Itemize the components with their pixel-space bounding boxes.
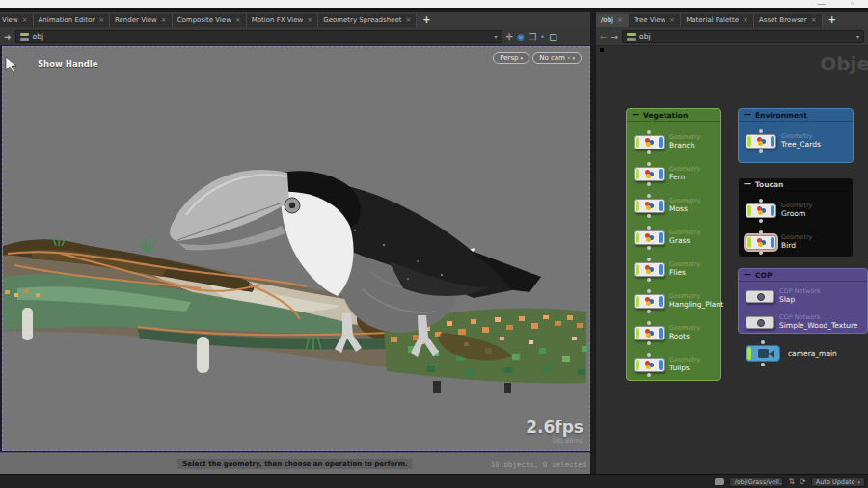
tab-close-icon[interactable]: × — [617, 14, 623, 27]
geometry-node-icon[interactable] — [634, 326, 665, 340]
collapse-icon[interactable]: — — [744, 180, 751, 188]
node-bird-selected[interactable]: GeometryBird — [739, 227, 853, 258]
geometry-node-icon[interactable] — [746, 134, 776, 149]
window-maximize-icon[interactable]: ◦ — [850, 0, 854, 10]
tab-close-icon[interactable]: × — [161, 14, 167, 27]
netbox-header[interactable]: — Vegetation — [627, 109, 720, 122]
netbox-toucan[interactable]: — Toucan GeometryGroom GeometryBird — [738, 177, 854, 258]
path-value: obj — [33, 32, 43, 41]
refresh-icon[interactable]: ⟳ — [800, 477, 806, 487]
node-hangling-plant[interactable]: GeometryHangling_Plant — [627, 285, 720, 317]
status-path-field[interactable]: /obj/Grass/vell... — [729, 477, 783, 487]
geometry-select-icon[interactable]: ❒ — [529, 28, 536, 45]
tab-close-icon[interactable]: × — [307, 14, 312, 27]
scene-viewport[interactable]: Show Handle Persp ▾ No cam • ▾ 2.6fps 38… — [2, 46, 590, 451]
node-slap[interactable]: COP NetworkSlap — [739, 284, 867, 310]
new-tab-button[interactable]: + — [823, 14, 842, 27]
node-type-icon — [20, 33, 29, 41]
netbox-cop[interactable]: — COP COP NetworkSlap COP NetworkSimple_… — [738, 268, 868, 334]
node-groom[interactable]: GeometryGroom — [739, 195, 853, 227]
netbox-header[interactable]: — Environment — [739, 109, 853, 122]
tab-render-view[interactable]: Render View × — [110, 14, 173, 27]
selection-status: 10 objects, 0 selected — [491, 460, 586, 469]
geometry-node-icon[interactable] — [634, 167, 665, 181]
tab-close-icon[interactable]: × — [669, 14, 675, 27]
geometry-node-icon[interactable] — [634, 294, 665, 309]
node-branch[interactable]: GeometryBranch — [627, 126, 720, 158]
node-tulips[interactable]: GeometryTulips — [627, 349, 720, 381]
cop-network-node-icon[interactable] — [746, 316, 774, 329]
message-bubble-icon[interactable] — [715, 478, 724, 485]
geometry-node-icon[interactable] — [746, 203, 776, 218]
tab-tree-view[interactable]: Tree View × — [629, 14, 681, 27]
netbox-header[interactable]: — COP — [739, 269, 867, 282]
path-dropdown-icon[interactable]: ▾ — [495, 33, 498, 40]
tab-scene-view[interactable]: View × — [0, 14, 34, 27]
pivot-icon[interactable]: ✛ — [506, 28, 514, 45]
auto-update-dropdown[interactable]: Auto Update ▾ — [811, 477, 865, 487]
tab-close-icon[interactable]: × — [235, 14, 241, 27]
viewport-scene[interactable] — [3, 47, 587, 448]
right-pane-tabbar: /obj × Tree View × Material Palette × As… — [596, 12, 868, 27]
tab-close-icon[interactable]: × — [22, 14, 28, 27]
node-camera-main[interactable]: camera_main — [746, 345, 837, 362]
tab-motion-fx-view[interactable]: Motion FX View × — [247, 14, 319, 27]
netbox-vegetation[interactable]: — Vegetation GeometryBranch GeometryFern… — [626, 108, 721, 381]
camera-node-icon[interactable] — [746, 345, 780, 362]
back-arrow-icon[interactable]: ← — [600, 28, 608, 45]
persp-view-button[interactable]: Persp ▾ — [493, 52, 529, 64]
node-moss[interactable]: GeometryMoss — [627, 190, 720, 222]
geometry-node-icon[interactable] — [746, 235, 776, 250]
network-path-field[interactable]: obj ▾ — [622, 30, 864, 43]
geometry-node-icon[interactable] — [634, 358, 665, 372]
node-roots[interactable]: GeometryRoots — [627, 317, 720, 349]
window-minimize-icon[interactable]: — — [817, 0, 826, 10]
geometry-node-icon[interactable] — [634, 199, 665, 213]
new-tab-button[interactable]: + — [417, 14, 436, 27]
node-flies[interactable]: GeometryFlies — [627, 254, 720, 285]
path-dropdown-icon[interactable]: ▾ — [856, 33, 859, 40]
cop-network-node-icon[interactable] — [746, 290, 774, 303]
left-pane-tabbar: View × Animation Editor × Render View × … — [0, 12, 590, 27]
tab-close-icon[interactable]: × — [98, 14, 104, 27]
netbox-environment[interactable]: — Environment GeometryTree_Cards — [738, 108, 854, 163]
left-path-field[interactable]: obj ▾ — [15, 30, 502, 43]
tab-material-palette[interactable]: Material Palette × — [681, 14, 754, 27]
point-icon[interactable]: • — [540, 28, 545, 45]
node-name: Branch — [669, 142, 700, 150]
tab-close-icon[interactable]: × — [743, 14, 748, 27]
node-name: Moss — [669, 205, 700, 214]
tab-obj[interactable]: /obj × — [596, 14, 629, 27]
auto-update-label: Auto Update — [816, 478, 855, 486]
collapse-icon[interactable]: — — [744, 111, 751, 119]
tab-asset-browser[interactable]: Asset Browser × — [754, 14, 823, 27]
geometry-node-icon[interactable] — [634, 230, 665, 245]
tab-close-icon[interactable]: × — [405, 14, 411, 27]
tab-close-icon[interactable]: × — [811, 14, 817, 27]
collapse-icon[interactable]: — — [744, 271, 751, 279]
tab-geometry-spreadsheet[interactable]: Geometry Spreadsheet × — [318, 14, 417, 27]
stepper-icon[interactable]: ⇅ — [788, 477, 795, 487]
node-tree-cards[interactable]: GeometryTree_Cards — [739, 125, 853, 157]
camera-select-button[interactable]: No cam • ▾ — [532, 52, 582, 64]
chevron-down-icon: ▾ — [857, 478, 860, 486]
camera-label: No cam — [539, 53, 565, 63]
box-select-icon[interactable]: ▢ — [549, 28, 557, 45]
netbox-header[interactable]: — Toucan — [739, 178, 853, 191]
tab-label: Tree View — [634, 14, 665, 27]
nav-arrow-icon[interactable]: ➜ — [4, 28, 12, 45]
netbox-title: COP — [755, 271, 772, 280]
node-grass[interactable]: GeometryGrass — [627, 222, 720, 254]
node-simple-wood-texture[interactable]: COP NetworkSimple_Wood_Texture — [739, 310, 867, 336]
network-editor[interactable]: Obje — Vegetation GeometryBranch Geometr… — [596, 46, 868, 474]
path-value: obj — [639, 32, 650, 41]
forward-arrow-icon[interactable]: → — [611, 28, 619, 45]
node-type-icon — [627, 33, 636, 41]
tab-animation-editor[interactable]: Animation Editor × — [34, 14, 111, 27]
tab-composite-view[interactable]: Composite View × — [173, 14, 247, 27]
geometry-node-icon[interactable] — [634, 262, 665, 277]
geometry-node-icon[interactable] — [634, 135, 665, 149]
node-fern[interactable]: GeometryFern — [627, 158, 720, 190]
collapse-icon[interactable]: — — [632, 111, 639, 119]
target-icon[interactable]: ◉ — [517, 28, 525, 45]
